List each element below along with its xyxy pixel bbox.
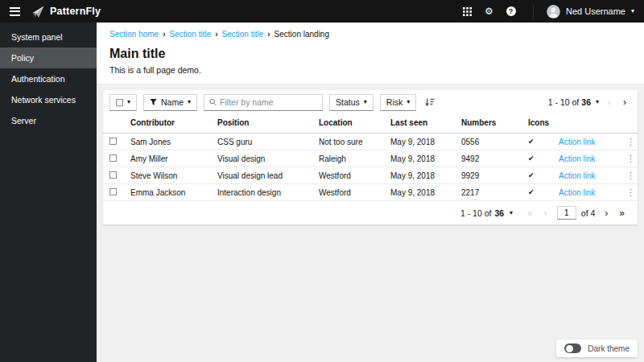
pagination-options-toggle[interactable]: ▾ (510, 210, 513, 216)
cell-location: Not too sure (312, 134, 384, 150)
kebab-menu-icon[interactable]: ⋮ (620, 150, 638, 167)
settings-gear-icon[interactable]: ⚙ (478, 6, 500, 16)
sidebar-item-policy[interactable]: Policy (0, 47, 97, 68)
breadcrumb-link-home[interactable]: Section home (109, 30, 159, 39)
apps-grid-icon[interactable] (456, 7, 478, 16)
first-page-button[interactable]: « (522, 208, 538, 219)
status-label: Status (336, 97, 360, 107)
prev-page-button[interactable]: ‹ (539, 208, 552, 219)
action-link[interactable]: Action link (559, 138, 596, 146)
column-header-actions (552, 114, 620, 134)
prev-page-button[interactable]: ‹ (603, 97, 616, 108)
breadcrumb-link-1[interactable]: Section title (170, 30, 212, 39)
pagination-total: 36 (581, 97, 591, 107)
status-dropdown[interactable]: Status ▾ (329, 94, 374, 111)
page-header-section: Section home › Section title › Section t… (97, 23, 644, 84)
action-link[interactable]: Action link (559, 171, 596, 180)
next-page-button[interactable]: › (618, 97, 631, 108)
pagination-top: 1 - 10 of 36 ▾ ‹ › (548, 97, 631, 108)
breadcrumb: Section home › Section title › Section t… (109, 30, 631, 39)
user-menu[interactable]: Ned Username ▾ (533, 5, 634, 19)
next-page-button[interactable]: › (600, 208, 613, 219)
sidebar-item-server[interactable]: Server (0, 110, 97, 131)
masthead-actions: ⚙ ? Ned Username ▾ (456, 5, 634, 19)
cell-location: Westford (312, 184, 384, 201)
dark-theme-toggle-card: Dark theme (556, 339, 638, 357)
cell-contributor: Steve Wilson (124, 167, 211, 184)
kebab-menu-icon[interactable]: ⋮ (620, 184, 638, 201)
cell-location: Raleigh (312, 150, 384, 167)
chevron-down-icon: ▾ (364, 99, 367, 105)
patternfly-logo-icon (31, 5, 45, 19)
cell-contributor: Sam Jones (124, 134, 211, 150)
kebab-menu-icon[interactable]: ⋮ (620, 134, 638, 150)
cell-position: Interaction design (211, 184, 312, 201)
page-body: ▾ Name ▾ Status (97, 84, 644, 362)
last-page-button[interactable]: » (614, 208, 630, 219)
cell-numbers: 2217 (455, 184, 522, 201)
nav-toggle-button[interactable] (10, 7, 20, 16)
row-checkbox[interactable] (109, 138, 117, 145)
cell-last-seen: May 9, 2018 (384, 167, 455, 184)
dark-theme-switch[interactable] (564, 343, 581, 353)
name-filter-dropdown[interactable]: Name ▾ (143, 94, 197, 111)
table-row: Amy Miller Visual design Raleigh May 9, … (103, 150, 638, 167)
kebab-menu-icon[interactable]: ⋮ (620, 167, 638, 184)
column-header-numbers: Numbers (455, 114, 522, 134)
risk-label: Risk (386, 97, 402, 107)
chevron-down-icon: ▾ (127, 99, 130, 105)
user-name: Ned Username (566, 6, 625, 16)
cell-contributor: Amy Miller (124, 150, 211, 167)
brand-name: PatternFly (50, 6, 101, 17)
search-box (204, 94, 323, 111)
bulk-select-dropdown[interactable]: ▾ (109, 94, 137, 111)
cell-position: Visual design lead (211, 167, 312, 184)
hamburger-icon (10, 7, 20, 9)
bulk-select-checkbox[interactable] (116, 99, 123, 106)
cell-numbers: 9492 (455, 150, 522, 167)
table-header-row: Contributor Position Location Last seen … (103, 114, 638, 134)
breadcrumb-current: Section landing (275, 30, 329, 39)
cell-numbers: 9929 (455, 167, 522, 184)
table-row: Steve Wilson Visual design lead Westford… (103, 167, 638, 184)
pagination-range: 1 - 10 of (460, 208, 492, 218)
cell-last-seen: May 9, 2018 (384, 150, 455, 167)
sort-button[interactable] (424, 98, 435, 107)
breadcrumb-separator-icon: › (267, 30, 270, 39)
action-link[interactable]: Action link (559, 154, 596, 163)
search-icon (209, 98, 217, 106)
pagination-range: 1 - 10 of (548, 97, 580, 107)
action-link[interactable]: Action link (559, 188, 596, 197)
chevron-down-icon: ▾ (631, 8, 634, 14)
sort-amount-icon (424, 98, 435, 107)
masthead: PatternFly ⚙ ? Ned Username ▾ (0, 0, 644, 23)
switch-knob (566, 345, 573, 352)
column-header-kebab (620, 114, 638, 134)
sidebar-nav: System panel Policy Authentication Netwo… (0, 23, 97, 362)
check-icon: ✔ (522, 184, 552, 201)
search-input[interactable] (220, 97, 317, 107)
table-toolbar: ▾ Name ▾ Status (103, 90, 638, 114)
page-subtitle: This is a full page demo. (109, 65, 631, 75)
avatar (547, 5, 560, 19)
chevron-down-icon: ▾ (188, 99, 191, 105)
help-icon[interactable]: ? (500, 6, 522, 16)
current-page-input[interactable] (557, 206, 576, 220)
column-header-last-seen: Last seen (384, 114, 455, 134)
cell-location: Westford (312, 167, 384, 184)
sidebar-item-system-panel[interactable]: System panel (0, 27, 97, 47)
row-checkbox[interactable] (109, 171, 117, 179)
sidebar-item-authentication[interactable]: Authentication (0, 68, 97, 89)
sidebar-item-network-services[interactable]: Network services (0, 89, 97, 110)
chevron-down-icon: ▾ (407, 99, 410, 105)
breadcrumb-link-2[interactable]: Section title (222, 30, 264, 39)
row-checkbox[interactable] (109, 154, 117, 162)
row-checkbox[interactable] (109, 188, 117, 195)
pagination-options-toggle[interactable]: ▾ (596, 99, 599, 105)
risk-dropdown[interactable]: Risk ▾ (380, 94, 416, 111)
filter-icon (150, 98, 157, 106)
table-row: Sam Jones CSS guru Not too sure May 9, 2… (103, 134, 638, 150)
column-header-location: Location (312, 114, 384, 134)
page-title: Main title (109, 47, 631, 61)
column-header-contributor: Contributor (124, 114, 211, 134)
